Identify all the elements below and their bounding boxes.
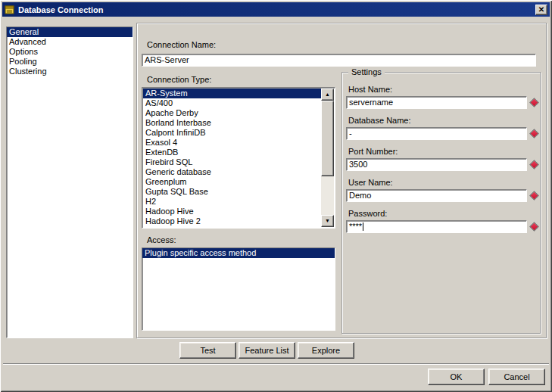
- category-list: GeneralAdvancedOptionsPoolingClustering: [6, 26, 133, 338]
- settings-field-password: Password:****: [346, 209, 538, 233]
- user-name-input[interactable]: Demo: [346, 189, 527, 202]
- user-name-value: Demo: [349, 191, 371, 200]
- required-field-diamond-icon: [529, 160, 539, 170]
- connection-type-option-borland-interbase[interactable]: Borland Interbase: [143, 118, 321, 128]
- access-label: Access:: [147, 235, 176, 245]
- required-field-diamond-icon: [529, 98, 539, 107]
- access-option-plugin-specific-access-method[interactable]: Plugin specific access method: [142, 248, 335, 258]
- ok-button[interactable]: OK: [428, 369, 485, 385]
- sidebar-item-pooling[interactable]: Pooling: [7, 57, 133, 67]
- settings-group: Settings Host Name:servernameDatabase Na…: [341, 72, 541, 334]
- cancel-button[interactable]: Cancel: [488, 369, 545, 385]
- sidebar-item-advanced[interactable]: Advanced: [7, 37, 133, 47]
- port-number-input[interactable]: 3500: [346, 158, 527, 171]
- access-list: Plugin specific access method: [142, 247, 335, 331]
- connection-type-option-h2[interactable]: H2: [143, 197, 321, 207]
- host-name-label: Host Name:: [346, 85, 538, 95]
- sidebar-item-clustering[interactable]: Clustering: [7, 67, 133, 76]
- connection-type-option-hadoop-hive-2[interactable]: Hadoop Hive 2: [143, 216, 321, 226]
- connection-type-option-exasol-4[interactable]: Exasol 4: [143, 138, 321, 148]
- port-number-value: 3500: [349, 160, 367, 169]
- titlebar[interactable]: Database Connection ✕: [2, 2, 550, 17]
- sidebar-item-general[interactable]: General: [7, 27, 133, 37]
- required-field-diamond-icon: [529, 191, 539, 201]
- connection-type-list: AR-SystemAS/400Apache DerbyBorland Inter…: [142, 87, 335, 229]
- footer-separator: [3, 363, 549, 365]
- host-name-input[interactable]: servername: [346, 96, 527, 109]
- connection-type-option-calpont-infinidb[interactable]: Calpont InfiniDB: [143, 128, 321, 138]
- connection-type-option-greenplum[interactable]: Greenplum: [143, 177, 321, 187]
- connection-type-option-ar-system[interactable]: AR-System: [143, 89, 321, 98]
- settings-legend: Settings: [348, 67, 385, 77]
- database-connection-dialog: Database Connection ✕ GeneralAdvancedOpt…: [0, 0, 552, 392]
- connection-type-option-apache-derby[interactable]: Apache Derby: [143, 108, 321, 118]
- connection-type-option-extendb[interactable]: ExtenDB: [143, 148, 321, 157]
- host-name-value: servername: [349, 98, 393, 107]
- main-panel: Connection Name: ARS-Server Connection T…: [136, 23, 547, 338]
- settings-field-database-name: Database Name:-: [346, 116, 538, 140]
- database-name-label: Database Name:: [346, 116, 538, 126]
- text-cursor: [363, 222, 363, 231]
- window-title: Database Connection: [18, 5, 532, 14]
- settings-field-user-name: User Name:Demo: [346, 178, 538, 202]
- settings-field-port-number: Port Number:3500: [346, 147, 538, 171]
- port-number-label: Port Number:: [346, 147, 538, 157]
- required-field-diamond-icon: [529, 222, 539, 232]
- connection-type-label: Connection Type:: [147, 75, 211, 85]
- explore-button[interactable]: Explore: [298, 342, 354, 359]
- scroll-up-icon[interactable]: ▲: [321, 89, 334, 101]
- required-field-diamond-icon: [529, 129, 539, 138]
- database-name-input[interactable]: -: [346, 127, 527, 140]
- sidebar-item-options[interactable]: Options: [7, 47, 133, 57]
- connection-name-value: ARS-Server: [145, 55, 189, 64]
- database-name-value: -: [349, 129, 352, 138]
- test-button[interactable]: Test: [179, 342, 236, 359]
- settings-field-host-name: Host Name:servername: [346, 85, 538, 109]
- connection-type-option-gupta-sql-base[interactable]: Gupta SQL Base: [143, 187, 321, 197]
- password-input[interactable]: ****: [346, 220, 527, 233]
- connection-type-option-firebird-sql[interactable]: Firebird SQL: [143, 157, 321, 167]
- password-value: ****: [349, 222, 362, 231]
- action-buttons: TestFeature ListExplore: [179, 342, 354, 359]
- user-name-label: User Name:: [346, 178, 538, 188]
- password-label: Password:: [346, 209, 538, 219]
- connection-type-option-hadoop-hive[interactable]: Hadoop Hive: [143, 207, 321, 216]
- scroll-down-icon[interactable]: ▼: [321, 215, 334, 227]
- feature-list-button[interactable]: Feature List: [239, 342, 295, 359]
- scrollbar-thumb[interactable]: [321, 101, 334, 176]
- connection-name-label: Connection Name:: [147, 40, 216, 50]
- database-icon: [5, 5, 15, 15]
- scrollbar[interactable]: ▲ ▼: [321, 89, 334, 227]
- connection-name-input[interactable]: ARS-Server: [142, 54, 536, 67]
- close-button[interactable]: ✕: [535, 5, 547, 15]
- connection-type-option-generic-database[interactable]: Generic database: [143, 167, 321, 177]
- connection-type-option-as-400[interactable]: AS/400: [143, 98, 321, 108]
